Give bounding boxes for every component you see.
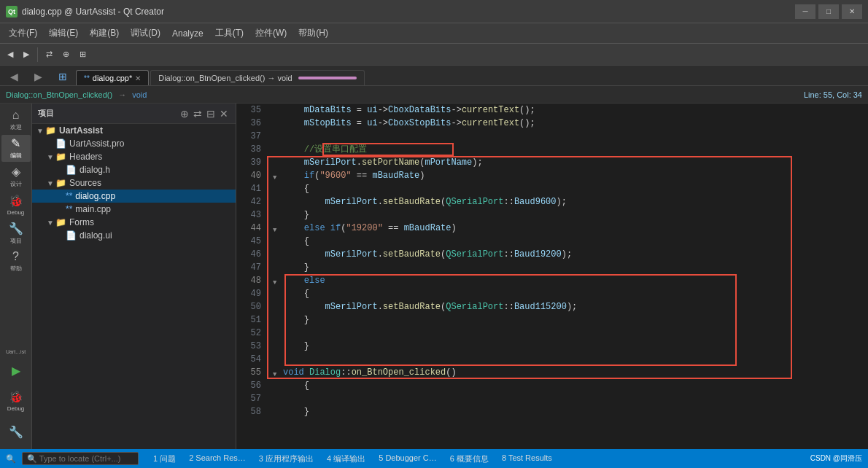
line-col-info: Line: 55, Col: 34 — [804, 90, 862, 99]
status-tab-compile[interactable]: 4 编译输出 — [321, 452, 371, 466]
menu-item-b[interactable]: 构建(B) — [84, 25, 125, 42]
status-tab-search[interactable]: 2 Search Res… — [183, 452, 252, 466]
design-icon: ◈ — [12, 165, 20, 179]
tree-item-dialog-h[interactable]: 📄 dialog.h — [32, 163, 236, 176]
sidebar-item-help[interactable]: ? 帮助 — [1, 248, 31, 275]
sidebar-item-project[interactable]: 🔧 项目 — [1, 219, 31, 246]
tree-item-forms[interactable]: ▼ 📁 Forms — [32, 216, 236, 229]
line-num-43: 43 — [236, 208, 261, 222]
func-bar-return: void — [132, 90, 147, 99]
wrench-icon: 🔧 — [9, 425, 23, 439]
sidebar-item-welcome[interactable]: ⌂ 欢迎 — [1, 106, 31, 133]
tree-item-dialog-ui[interactable]: 📄 dialog.ui — [32, 229, 236, 242]
tree-label-uartassist: UartAssist — [59, 125, 103, 136]
line-num-48: 48 — [236, 274, 261, 287]
help-label: 帮助 — [10, 265, 22, 273]
sidebar-item-design[interactable]: ◈ 设计 — [1, 163, 31, 190]
link-icon[interactable]: ⇄ — [192, 108, 204, 120]
build-label: Debug — [7, 405, 25, 412]
menu-item-analyze[interactable]: Analyze — [166, 26, 209, 41]
close-button[interactable]: ✕ — [842, 4, 862, 19]
filter-icon[interactable]: ⊕ — [179, 108, 190, 120]
tree-item-dialog-cpp[interactable]: ** dialog.cpp — [32, 190, 236, 203]
line-num-50: 50 — [236, 300, 261, 313]
status-tab-summary[interactable]: 6 概要信息 — [444, 452, 495, 466]
app-icon: Qt — [6, 6, 18, 17]
run-button[interactable]: ▶ — [1, 356, 31, 385]
sidebar-item-edit[interactable]: ✎ 编辑 — [1, 135, 31, 162]
fold-48[interactable]: ▼ — [273, 276, 282, 285]
edit-icon: ✎ — [11, 136, 20, 150]
tab-close-dialog-cpp[interactable]: ✕ — [135, 74, 141, 82]
tree-item-uartassist[interactable]: ▼ 📁 UartAssist — [32, 124, 236, 137]
expand-arrow-sources: ▼ — [45, 179, 55, 187]
tree-item-pro[interactable]: 📄 UartAssist.pro — [32, 137, 236, 150]
status-left: 🔍 — [6, 452, 139, 465]
nav-back-button[interactable]: ◀ — [3, 48, 18, 61]
tab-function[interactable]: Dialog::on_BtnOpen_clicked() → void — [150, 70, 364, 85]
locate-input[interactable] — [22, 452, 139, 465]
tree-item-headers[interactable]: ▼ 📁 Headers — [32, 150, 236, 163]
tab-snap[interactable]: ⊞ — [51, 68, 74, 85]
code-line-39: mSerilPort.setPortName(mPortName); — [273, 156, 862, 169]
welcome-icon: ⌂ — [12, 109, 20, 122]
line-num-49: 49 — [236, 287, 261, 300]
code-line-56: { — [273, 379, 862, 392]
tree-item-main-cpp[interactable]: ** main.cpp — [32, 203, 236, 216]
line-num-46: 46 — [236, 248, 261, 261]
collapse-icon[interactable]: ⊟ — [205, 108, 217, 120]
status-tab-problems[interactable]: 1 问题 — [147, 452, 182, 466]
code-content[interactable]: mDataBits = ui->CboxDataBits->currentTex… — [267, 104, 868, 449]
tab-bar: ◀ ▶ ⊞ ** dialog.cpp* ✕ Dialog::on_BtnOpe… — [0, 66, 868, 86]
line-num-38: 38 — [236, 143, 261, 156]
minimize-button[interactable]: ─ — [795, 4, 815, 19]
project-panel: 项目 ⊕ ⇄ ⊟ ✕ ▼ 📁 UartAssist 📄 UartAssist.p… — [32, 104, 236, 449]
line-num-35: 35 — [236, 104, 261, 117]
maximize-button[interactable]: □ — [818, 4, 839, 19]
tab-label-function: Dialog::on_BtnOpen_clicked() → void — [158, 74, 292, 82]
code-line-35: mDataBits = ui->CboxDataBits->currentTex… — [273, 104, 862, 117]
menu-item-f[interactable]: 文件(F) — [3, 25, 43, 42]
menu-item-t[interactable]: 工具(T) — [209, 25, 249, 42]
fold-55[interactable]: ▼ — [273, 368, 282, 377]
nav-forward-button[interactable]: ▶ — [19, 48, 34, 61]
tree-label-dialog-h: dialog.h — [80, 165, 110, 175]
fold-40[interactable]: ▼ — [273, 171, 282, 180]
sync-button[interactable]: ⇄ — [42, 48, 57, 61]
wrench-button[interactable]: 🔧 — [1, 417, 31, 446]
status-tab-test[interactable]: 8 Test Results — [496, 452, 558, 466]
window-title: dialog.cpp @ UartAssist - Qt Creator — [22, 7, 795, 17]
tree-label-dialog-ui: dialog.ui — [80, 230, 112, 241]
build-debug-button[interactable]: 🐞 Debug — [1, 386, 31, 416]
status-bar: 🔍 1 问题 2 Search Res… 3 应用程序输出 4 编译输出 5 D… — [0, 449, 868, 468]
line-num-47: 47 — [236, 261, 261, 274]
code-line-38: //设置串口配置 — [273, 143, 862, 156]
nav-prev-tab[interactable]: ◀ — [3, 68, 26, 85]
status-tab-app-output[interactable]: 3 应用程序输出 — [253, 452, 319, 466]
help-icon: ? — [12, 250, 19, 263]
code-editor[interactable]: 35 36 37 38 39 40 41 42 43 44 45 46 47 4… — [236, 104, 868, 449]
menu-item-d[interactable]: 调试(D) — [125, 25, 166, 42]
code-line-43: } — [273, 208, 862, 222]
menu-item-h[interactable]: 帮助(H) — [292, 25, 334, 42]
menu-item-w[interactable]: 控件(W) — [249, 25, 292, 42]
func-bar: Dialog::on_BtnOpen_clicked() → void Line… — [0, 86, 868, 104]
close-panel-icon[interactable]: ✕ — [218, 108, 230, 120]
code-line-42: mSerilPort.setBaudRate(QSerialPort::Baud… — [273, 195, 862, 208]
tree-label-sources: Sources — [69, 178, 101, 188]
expand-arrow-0: ▼ — [35, 127, 45, 135]
project-name-label: Uart…ist — [1, 349, 31, 354]
cpp-file-icon: ** — [84, 74, 90, 82]
menu-item-e[interactable]: 编辑(E) — [43, 25, 84, 42]
add-button[interactable]: ⊕ — [58, 48, 74, 61]
sidebar-item-debug[interactable]: 🐞 Debug — [1, 191, 31, 218]
project-header-label: 项目 — [38, 108, 176, 119]
nav-next-tab[interactable]: ▶ — [27, 68, 50, 85]
fold-44[interactable]: ▼ — [273, 224, 282, 233]
project-toolbar: ⊕ ⇄ ⊟ ✕ — [179, 108, 230, 120]
split-button[interactable]: ⊞ — [75, 48, 90, 61]
status-tab-debugger[interactable]: 5 Debugger C… — [373, 452, 443, 466]
tab-label-dialog-cpp: dialog.cpp* — [93, 74, 132, 82]
tab-dialog-cpp[interactable]: ** dialog.cpp* ✕ — [76, 70, 149, 85]
tree-item-sources[interactable]: ▼ 📁 Sources — [32, 176, 236, 190]
